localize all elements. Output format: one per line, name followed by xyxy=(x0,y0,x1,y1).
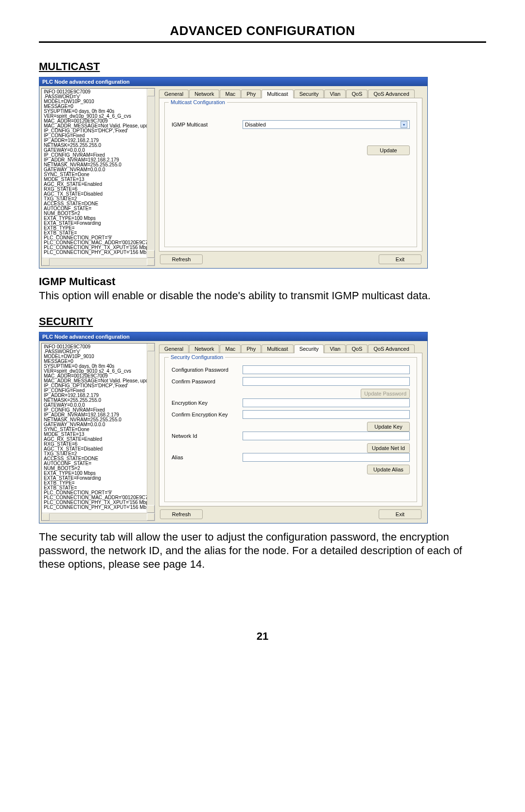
security-legend: Security Configuration xyxy=(169,354,225,360)
security-dialog: PLC Node advanced configuration INFO 001… xyxy=(39,332,428,523)
tab-security[interactable]: Security xyxy=(294,344,324,353)
tab-multicast[interactable]: Multicast xyxy=(262,90,293,98)
multicast-tab-panel: Multicast Configuration IGMP Multicast D… xyxy=(159,98,422,252)
tab-security[interactable]: Security xyxy=(294,90,324,98)
igmp-select[interactable]: Disabled ▾ xyxy=(243,120,410,129)
tab-phy[interactable]: Phy xyxy=(241,90,261,98)
alias-row: Alias xyxy=(172,453,410,462)
dialog-title: PLC Node advanced configuration xyxy=(39,77,427,86)
tab-bar: GeneralNetworkMacPhyMulticastSecurityVla… xyxy=(159,89,422,98)
scroll-down-icon[interactable] xyxy=(147,505,155,513)
exit-button[interactable]: Exit xyxy=(379,254,421,264)
security-text: The security tab will allow the user to … xyxy=(39,530,486,571)
vertical-scrollbar[interactable] xyxy=(147,89,155,258)
info-line: PLC_CONNECTION_PHY_RX_XPUT='156 Mbp xyxy=(44,250,153,255)
network-id-row: Network Id xyxy=(172,432,410,440)
info-panel-2: INFO 00120E9C7009.PASSWORD='y'MODEL=DW10… xyxy=(41,343,155,521)
update-alias-button[interactable]: Update Alias xyxy=(367,465,410,474)
confirm-encryption-label: Confirm Encryption Key xyxy=(172,412,243,417)
scroll-up-icon[interactable] xyxy=(147,343,155,351)
dialog-bottom-bar: Refresh Exit xyxy=(159,252,422,265)
network-id-input[interactable] xyxy=(243,432,410,440)
tab-vlan[interactable]: Vlan xyxy=(324,344,346,353)
page-number: 21 xyxy=(39,630,486,643)
info-line: PLC_CONNECTION_PHY_RX_XPUT='156 Mbp xyxy=(44,505,153,510)
igmp-text: This option will enable or disable the n… xyxy=(39,289,486,303)
update-password-button[interactable]: Update Password xyxy=(361,389,410,398)
update-alias-row: Update Alias xyxy=(172,465,410,474)
tab-network[interactable]: Network xyxy=(189,90,219,98)
scroll-left-icon[interactable] xyxy=(42,513,50,521)
igmp-subheading: IGMP Multicast xyxy=(39,275,486,288)
update-netid-button[interactable]: Update Net Id xyxy=(367,443,410,453)
dialog-title-2: PLC Node advanced configuration xyxy=(39,332,427,341)
scroll-up-icon[interactable] xyxy=(147,89,155,96)
refresh-button[interactable]: Refresh xyxy=(160,509,203,519)
scroll-left-icon[interactable] xyxy=(42,258,50,266)
chevron-down-icon[interactable]: ▾ xyxy=(401,121,407,128)
config-password-row: Configuration Password xyxy=(172,365,410,374)
update-netid-row: Update Net Id xyxy=(172,443,410,453)
tab-general[interactable]: General xyxy=(159,90,189,98)
refresh-button[interactable]: Refresh xyxy=(160,254,203,264)
tab-network[interactable]: Network xyxy=(189,344,219,353)
confirm-password-row: Confirm Password xyxy=(172,377,410,386)
update-row: Update xyxy=(172,145,410,155)
tab-qos-advanced[interactable]: QoS Advanced xyxy=(368,344,414,353)
confirm-password-label: Confirm Password xyxy=(172,379,243,384)
update-key-row: Update Key xyxy=(172,422,410,432)
horizontal-scrollbar[interactable] xyxy=(42,258,155,266)
igmp-label: IGMP Multicast xyxy=(172,122,243,127)
confirm-encryption-input[interactable] xyxy=(243,410,410,419)
multicast-legend: Multicast Configuration xyxy=(169,99,227,105)
dialog-right: GeneralNetworkMacPhyMulticastSecurityVla… xyxy=(157,86,427,268)
security-heading: SECURITY xyxy=(39,315,486,328)
tab-bar-2: GeneralNetworkMacPhyMulticastSecurityVla… xyxy=(159,344,422,353)
tab-mac[interactable]: Mac xyxy=(220,90,241,98)
update-button[interactable]: Update xyxy=(367,145,410,155)
dialog-right-2: GeneralNetworkMacPhyMulticastSecurityVla… xyxy=(157,341,427,523)
multicast-fieldset: Multicast Configuration IGMP Multicast D… xyxy=(164,102,417,247)
alias-input[interactable] xyxy=(243,453,410,462)
tab-qos[interactable]: QoS xyxy=(346,90,368,98)
scroll-right-icon[interactable] xyxy=(147,513,155,521)
page-title: ADVANCED CONFIGURATION xyxy=(39,23,486,38)
encryption-key-row: Encryption Key xyxy=(172,398,410,407)
scroll-down-icon[interactable] xyxy=(147,250,155,258)
alias-label: Alias xyxy=(172,454,243,460)
security-fieldset: Security Configuration Configuration Pas… xyxy=(164,357,417,502)
tab-phy[interactable]: Phy xyxy=(241,344,261,353)
multicast-dialog: PLC Node advanced configuration INFO 001… xyxy=(39,77,428,269)
update-key-button[interactable]: Update Key xyxy=(367,422,410,432)
info-list: INFO 00120E9C7009.PASSWORD='y'MODEL=DW10… xyxy=(42,89,155,256)
multicast-heading: MULTICAST xyxy=(39,60,486,73)
security-tab-panel: Security Configuration Configuration Pas… xyxy=(159,353,422,506)
tab-general[interactable]: General xyxy=(159,344,189,353)
igmp-row: IGMP Multicast Disabled ▾ xyxy=(172,120,410,129)
tab-multicast[interactable]: Multicast xyxy=(262,344,293,353)
horizontal-scrollbar[interactable] xyxy=(42,513,155,521)
tab-mac[interactable]: Mac xyxy=(220,344,241,353)
info-list: INFO 00120E9C7009.PASSWORD='y'MODEL=DW10… xyxy=(42,343,155,511)
exit-button[interactable]: Exit xyxy=(379,509,421,519)
tab-qos[interactable]: QoS xyxy=(346,344,368,353)
tab-vlan[interactable]: Vlan xyxy=(324,90,346,98)
encryption-key-input[interactable] xyxy=(243,398,410,407)
igmp-select-value: Disabled xyxy=(245,122,266,127)
config-password-label: Configuration Password xyxy=(172,367,243,373)
info-panel: INFO 00120E9C7009.PASSWORD='y'MODEL=DW10… xyxy=(41,88,155,266)
config-password-input[interactable] xyxy=(243,365,410,374)
dialog-body: INFO 00120E9C7009.PASSWORD='y'MODEL=DW10… xyxy=(39,86,427,268)
network-id-label: Network Id xyxy=(172,433,243,439)
document-page: ADVANCED CONFIGURATION MULTICAST PLC Nod… xyxy=(0,0,525,662)
scroll-right-icon[interactable] xyxy=(147,258,155,266)
confirm-password-input[interactable] xyxy=(243,377,410,386)
dialog-body-2: INFO 00120E9C7009.PASSWORD='y'MODEL=DW10… xyxy=(39,341,427,523)
confirm-encryption-row: Confirm Encryption Key xyxy=(172,410,410,419)
tab-qos-advanced[interactable]: QoS Advanced xyxy=(368,90,414,98)
vertical-scrollbar[interactable] xyxy=(147,343,155,513)
dialog-bottom-bar-2: Refresh Exit xyxy=(159,506,422,520)
title-rule xyxy=(39,41,486,43)
update-password-row: Update Password xyxy=(172,389,410,398)
encryption-key-label: Encryption Key xyxy=(172,400,243,406)
